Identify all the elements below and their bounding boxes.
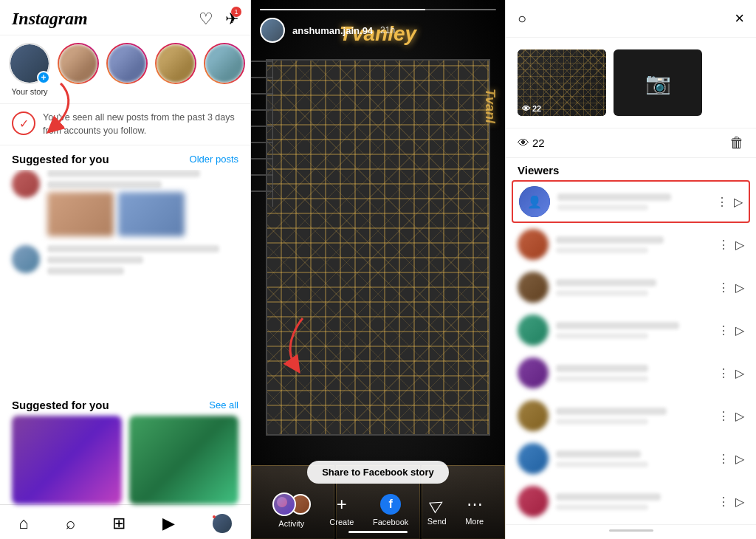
home-icon: ⌂ [18,514,28,533]
diamond-grid [267,61,489,434]
profile-avatar-nav [213,514,232,533]
send-icon-3[interactable]: ▷ [735,281,744,295]
three-dots-icon-4[interactable]: ⋮ [718,323,729,337]
nav-item-reels[interactable]: ▶ [157,511,181,536]
viewer-avatar-7 [518,443,549,474]
story-actions-row: Activity + Create f Facebook ▷ Send ⋯ Mo… [251,492,505,528]
send-icon-4[interactable]: ▷ [735,323,744,337]
scaffolding [251,59,273,207]
viewer-item-3[interactable]: ⋮ ▷ [506,266,756,309]
viewer-item-5[interactable]: ⋮ ▷ [506,351,756,394]
suggested-header-2: Suggested for you See all [0,391,250,416]
send-icon-8[interactable]: ▷ [735,495,744,509]
send-icon-5[interactable]: ▷ [735,366,744,380]
blur-line [47,181,162,188]
suggested-cards [0,416,250,504]
viewer-name-bar-4 [556,322,679,329]
viewer-item-4[interactable]: ⋮ ▷ [506,309,756,351]
viewer-avatar-5 [518,357,549,388]
viewer-avatar-8 [518,486,549,517]
activity-avatars [272,492,311,516]
story-avatar-wrap-1 [58,43,99,84]
story-avatar-img-4 [205,44,244,83]
suggested-card-2[interactable] [129,416,239,504]
story-item-own[interactable]: + Your story [9,43,50,96]
viewer-info-1 [557,193,709,210]
all-seen-text: You've seen all new posts from the past … [43,111,238,137]
right-panel-header: ○ × [506,0,756,38]
story-thumb-building[interactable]: 👁 22 [518,49,606,116]
story-item-1[interactable] [58,43,99,96]
story-action-activity[interactable]: Activity [272,492,311,528]
send-icon-2[interactable]: ▷ [735,238,744,252]
middle-panel: anshuman.jain.94 21h Tvanley Tvanl [251,0,505,539]
story-avatar-wrap-own: + [9,43,50,84]
viewer-item-highlighted[interactable]: 👤 ⋮ ▷ [512,180,750,223]
facebook-icon: f [380,494,401,515]
activity-label: Activity [278,519,304,528]
viewer-info-7 [556,450,710,467]
story-item-2[interactable] [106,43,148,96]
heart-icon[interactable]: ♡ [199,10,213,29]
viewer-info-4 [556,322,710,339]
close-button[interactable]: × [735,9,744,28]
suggested-card-1[interactable] [12,416,122,504]
send-icon-6[interactable]: ▷ [735,409,744,423]
three-dots-icon-8[interactable]: ⋮ [718,495,729,509]
viewer-sub-bar-5 [556,376,648,382]
story-action-send[interactable]: ▷ Send [427,495,447,526]
story-bottom-controls: Share to Facebook story Activity + Creat… [251,452,505,539]
own-story-label: Your story [11,87,47,96]
viewer-item-6[interactable]: ⋮ ▷ [506,394,756,437]
suggested-header-1: Suggested for you Older posts [0,145,250,170]
viewer-info-3 [556,279,710,296]
viewer-item-2[interactable]: ⋮ ▷ [506,223,756,266]
viewer-item-8[interactable]: ⋮ ▷ [506,480,756,523]
see-all-link[interactable]: See all [209,399,238,411]
messenger-icon[interactable]: ✈ 1 [225,10,238,29]
story-username: anshuman.jain.94 [292,25,373,36]
search-icon: ⌕ [66,514,75,533]
older-posts-link[interactable]: Older posts [190,154,238,165]
story-avatar-wrap-2 [106,43,148,84]
three-dots-icon-7[interactable]: ⋮ [718,452,729,466]
send-icon-1[interactable]: ▷ [734,195,743,209]
story-action-create[interactable]: + Create [329,494,354,526]
three-dots-icon-1[interactable]: ⋮ [716,195,728,209]
viewer-item-7[interactable]: ⋮ ▷ [506,437,756,480]
story-time: 21h [380,25,395,35]
viewer-avatar-4 [518,315,549,346]
nav-item-search[interactable]: ⌕ [60,511,81,536]
viewer-avatar-3 [518,272,549,303]
share-fb-button[interactable]: Share to Facebook story [307,461,449,484]
story-action-more[interactable]: ⋯ More [465,495,484,526]
viewers-list[interactable]: 👤 ⋮ ▷ ⋮ ▷ [506,180,756,524]
three-dots-icon-5[interactable]: ⋮ [718,366,729,380]
story-item-4[interactable] [204,43,245,96]
send-icon-7[interactable]: ▷ [735,452,744,466]
blurred-post-content-2 [47,245,238,275]
add-story-button[interactable]: + [37,71,50,84]
send-icon: ▷ [427,492,447,515]
reels-icon: ▶ [162,514,175,533]
story-progress-bar [260,9,496,10]
nav-item-profile[interactable] [207,511,238,536]
check-circle-icon: ✓ [12,111,35,135]
three-dots-icon-3[interactable]: ⋮ [718,281,729,295]
middle-red-arrow [281,315,325,377]
viewer-name-bar-2 [556,236,664,244]
blur-line [47,267,124,275]
story-thumb-camera[interactable]: 📷 [614,49,702,116]
nav-item-home[interactable]: ⌂ [13,511,34,536]
nav-item-add[interactable]: ⊞ [106,511,131,536]
viewer-sub-bar-4 [556,333,648,339]
viewer-info-8 [556,493,710,510]
story-thumbnails: 👁 22 📷 [506,38,756,128]
blurred-post-1 [12,170,238,236]
story-action-facebook[interactable]: f Facebook [373,494,408,526]
viewers-title: Viewers [518,164,559,176]
three-dots-icon-2[interactable]: ⋮ [718,238,729,252]
three-dots-icon-6[interactable]: ⋮ [718,409,729,423]
story-item-3[interactable] [155,43,196,96]
delete-button[interactable]: 🗑 [729,134,744,151]
